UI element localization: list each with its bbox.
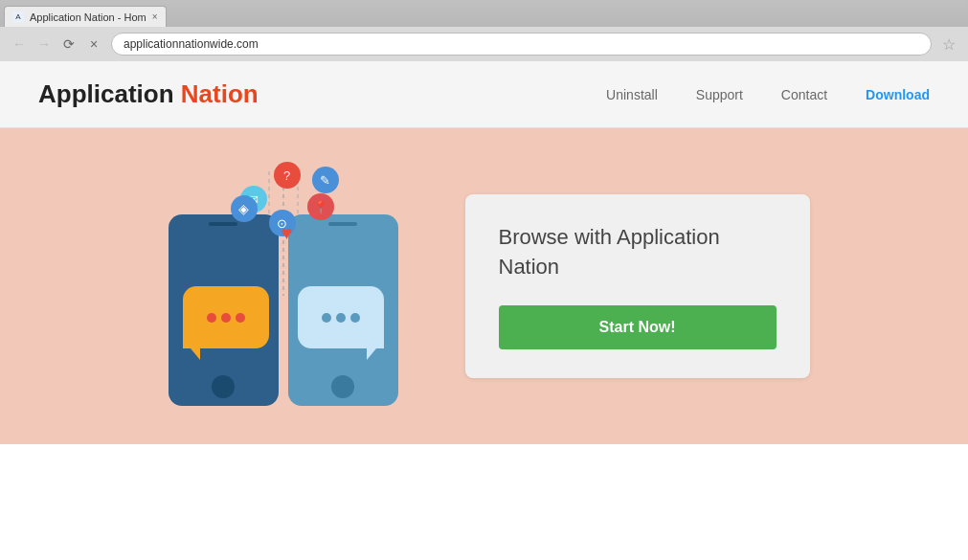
logo-nation-text: Nation bbox=[181, 79, 259, 108]
reload-button[interactable]: ⟳ bbox=[57, 33, 80, 56]
address-input[interactable] bbox=[111, 33, 932, 56]
site-header: Application Nation Uninstall Support Con… bbox=[0, 61, 968, 128]
dot-4 bbox=[322, 313, 331, 323]
start-now-button[interactable]: Start Now! bbox=[499, 305, 777, 349]
bubble-left bbox=[183, 286, 269, 348]
dot-6 bbox=[350, 313, 360, 323]
bookmark-icon[interactable]: ☆ bbox=[937, 33, 960, 56]
close-button[interactable]: × bbox=[82, 33, 105, 56]
cta-card: Browse with Application Nation Start Now… bbox=[465, 194, 810, 378]
below-fold bbox=[0, 444, 968, 559]
logo-app-text: Application bbox=[38, 79, 174, 108]
cta-title: Browse with Application Nation bbox=[499, 223, 777, 282]
dot-1 bbox=[207, 313, 216, 323]
pin-icon: 📍 bbox=[307, 193, 334, 220]
nav-buttons: ← → ⟳ × bbox=[8, 33, 105, 56]
nav-contact[interactable]: Contact bbox=[781, 87, 827, 102]
address-bar: ← → ⟳ × ☆ bbox=[0, 27, 968, 61]
forward-button[interactable]: → bbox=[33, 33, 56, 56]
nav-support[interactable]: Support bbox=[696, 87, 743, 102]
hero-illustration: ? ✎ ✉ ⊙ ◈ 📍 ♥ bbox=[159, 157, 408, 415]
nav-uninstall[interactable]: Uninstall bbox=[606, 87, 658, 102]
dot-5 bbox=[336, 313, 346, 323]
site-nav: Uninstall Support Contact Download bbox=[606, 87, 930, 102]
pencil-icon: ✎ bbox=[312, 167, 339, 193]
dot-3 bbox=[236, 313, 245, 323]
heart-icon: ♥ bbox=[274, 219, 301, 246]
nav-download[interactable]: Download bbox=[866, 87, 930, 102]
back-button[interactable]: ← bbox=[8, 33, 31, 56]
bubble-right bbox=[298, 286, 384, 348]
browser-tab[interactable]: A Application Nation - Hom × bbox=[4, 6, 167, 27]
floating-icons: ? ✎ ✉ ⊙ ◈ 📍 ♥ bbox=[159, 157, 408, 291]
website: Application Nation Uninstall Support Con… bbox=[0, 61, 968, 559]
browser-chrome: A Application Nation - Hom × ← → ⟳ × ☆ bbox=[0, 0, 968, 61]
tab-bar: A Application Nation - Hom × bbox=[0, 0, 968, 27]
question-icon: ? bbox=[274, 162, 301, 189]
dot-2 bbox=[221, 313, 231, 323]
site-logo: Application Nation bbox=[38, 79, 259, 109]
tag-icon: ◈ bbox=[231, 195, 258, 222]
tab-title: Application Nation - Hom bbox=[30, 11, 146, 23]
tab-close-button[interactable]: × bbox=[152, 11, 158, 22]
tab-favicon: A bbox=[12, 11, 24, 23]
hero-section: ? ✎ ✉ ⊙ ◈ 📍 ♥ bbox=[0, 128, 968, 444]
